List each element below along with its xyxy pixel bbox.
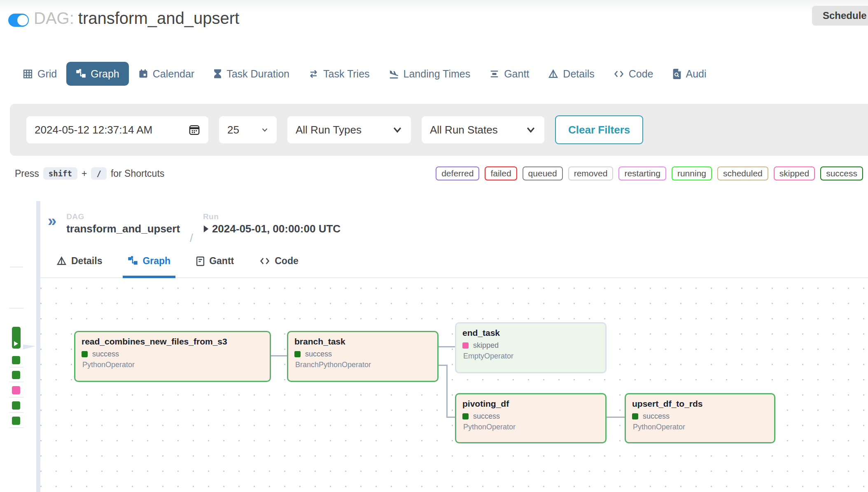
state-badge-queued[interactable]: queued xyxy=(523,166,563,180)
nav-tab-grid[interactable]: Grid xyxy=(13,62,66,86)
task-state-color-square xyxy=(632,413,638,419)
task-state-label: success xyxy=(305,350,332,358)
task-state-row: success xyxy=(462,412,599,421)
run-tab-code[interactable]: Code xyxy=(254,246,303,278)
breadcrumb-run-value[interactable]: 2024-05-01, 00:00:00 UTC xyxy=(203,223,341,235)
dag-name: transform_and_upsert xyxy=(78,9,239,27)
code-icon xyxy=(259,256,270,266)
clear-filters-button[interactable]: Clear Filters xyxy=(555,115,643,144)
task-name: upsert_df_to_rds xyxy=(632,399,768,409)
panel-divider[interactable] xyxy=(36,201,40,492)
nav-tab-details[interactable]: Details xyxy=(539,62,604,86)
task-name: pivoting_df xyxy=(462,399,599,409)
page-size-select[interactable]: 25 xyxy=(219,116,277,143)
task-node-end-task[interactable]: end_taskskippedEmptyOperator xyxy=(455,322,607,373)
collapse-panel-icon[interactable]: » xyxy=(48,213,56,229)
grid-row-divider xyxy=(9,267,23,267)
dag-label: DAG: xyxy=(34,9,74,27)
breadcrumb-run-label: Run xyxy=(203,212,341,221)
run-tab-graph[interactable]: Graph xyxy=(123,246,175,278)
task-name: end_task xyxy=(462,328,599,338)
schedule-button[interactable]: Schedule xyxy=(812,6,868,26)
task-state-color-square xyxy=(82,351,88,357)
chevron-down-icon xyxy=(392,124,403,135)
state-badge-removed[interactable]: removed xyxy=(568,166,614,180)
task-node-upsert-df-to-rds[interactable]: upsert_df_to_rdssuccessPythonOperator xyxy=(625,393,775,443)
task-state-color-square xyxy=(462,413,469,419)
state-badge-failed[interactable]: failed xyxy=(485,166,517,180)
triangle-icon xyxy=(56,256,67,266)
nav-tab-label: Graph xyxy=(91,68,119,80)
plus-text: + xyxy=(82,168,87,179)
task-state-row: skipped xyxy=(462,341,599,350)
base-date-value: 2024-05-12 12:37:14 AM xyxy=(35,124,152,136)
breadcrumb-separator: / xyxy=(190,232,193,245)
run-tab-details[interactable]: Details xyxy=(51,246,107,278)
nav-tab-label: Landing Times xyxy=(404,68,471,80)
task-state-label: success xyxy=(473,412,500,421)
calendar-icon xyxy=(138,69,148,79)
page-title: DAG:transform_and_upsert xyxy=(34,9,239,28)
nav-tab-landing-times[interactable]: Landing Times xyxy=(379,62,480,86)
state-badge-restarting[interactable]: restarting xyxy=(618,166,666,180)
state-badge-skipped[interactable]: skipped xyxy=(774,166,815,180)
nav-tab-audi[interactable]: Audi xyxy=(663,62,716,86)
landing-icon xyxy=(389,69,399,79)
task-operator: PythonOperator xyxy=(82,361,264,369)
task-state-label: success xyxy=(92,350,119,358)
code-icon xyxy=(614,69,624,79)
grid-task-square[interactable] xyxy=(12,371,20,379)
dag-pause-toggle[interactable] xyxy=(8,14,29,27)
repeat-icon xyxy=(308,69,319,79)
task-state-color-square xyxy=(294,351,301,357)
state-badge-scheduled[interactable]: scheduled xyxy=(717,166,768,180)
task-node-read-combines-new-files-from-s3[interactable]: read_combines_new_files_from_s3successPy… xyxy=(74,331,271,382)
state-badge-success[interactable]: success xyxy=(820,166,863,180)
graph-icon xyxy=(128,256,138,266)
run-tab-gantt[interactable]: Gantt xyxy=(191,246,239,278)
grid-task-square[interactable] xyxy=(12,401,20,410)
calendar-picker-icon[interactable] xyxy=(189,124,200,136)
nav-tab-gantt[interactable]: Gantt xyxy=(480,62,539,86)
grid-row-divider xyxy=(9,382,23,382)
run-types-select[interactable]: All Run Types xyxy=(287,116,411,143)
run-states-value: All Run States xyxy=(430,124,498,136)
run-states-select[interactable]: All Run States xyxy=(422,116,544,143)
run-detail-panel: » DAG transform_and_upsert / Run 2024-05… xyxy=(40,201,868,492)
grid-row-divider xyxy=(9,367,23,368)
task-edge xyxy=(446,417,455,418)
task-state-label: skipped xyxy=(473,341,499,350)
selected-run-pointer xyxy=(23,344,35,349)
run-view-tabs: DetailsGraphGanttCode xyxy=(40,246,868,278)
nav-tab-graph[interactable]: Graph xyxy=(66,62,128,86)
task-state-color-square xyxy=(462,342,469,349)
nav-tab-code[interactable]: Code xyxy=(604,62,663,86)
nav-tab-label: Task Duration xyxy=(226,68,289,80)
breadcrumb: » DAG transform_and_upsert / Run 2024-05… xyxy=(40,201,868,246)
grid-row-divider xyxy=(9,427,23,428)
task-edge xyxy=(446,365,448,418)
state-legend: deferredfailedqueuedremovedrestartingrun… xyxy=(436,166,863,180)
grid-row-divider xyxy=(9,412,23,413)
chevron-down-icon xyxy=(525,124,536,135)
task-operator: PythonOperator xyxy=(632,423,768,431)
breadcrumb-dag-label: DAG xyxy=(66,212,180,221)
base-date-input[interactable]: 2024-05-12 12:37:14 AM xyxy=(26,116,208,143)
graph-canvas[interactable]: read_combines_new_files_from_s3successPy… xyxy=(40,278,868,492)
nav-tab-task-tries[interactable]: Task Tries xyxy=(299,62,379,86)
nav-tab-calendar[interactable]: Calendar xyxy=(129,62,204,86)
grid-row-divider xyxy=(9,397,23,398)
grid-task-square[interactable] xyxy=(12,417,20,425)
state-badge-running[interactable]: running xyxy=(672,166,712,180)
task-node-branch-task[interactable]: branch_tasksuccessBranchPythonOperator xyxy=(287,331,439,382)
grid-dag-run-bar[interactable] xyxy=(12,327,21,349)
nav-tab-task-duration[interactable]: Task Duration xyxy=(204,62,299,86)
shift-key-badge: shift xyxy=(43,167,77,180)
nav-tab-label: Grid xyxy=(37,68,57,80)
task-operator: EmptyOperator xyxy=(462,352,599,361)
grid-task-square[interactable] xyxy=(12,386,20,394)
breadcrumb-dag-value[interactable]: transform_and_upsert xyxy=(66,223,180,235)
grid-task-square[interactable] xyxy=(12,356,20,364)
task-node-pivoting-df[interactable]: pivoting_dfsuccessPythonOperator xyxy=(455,393,607,443)
state-badge-deferred[interactable]: deferred xyxy=(436,166,479,180)
